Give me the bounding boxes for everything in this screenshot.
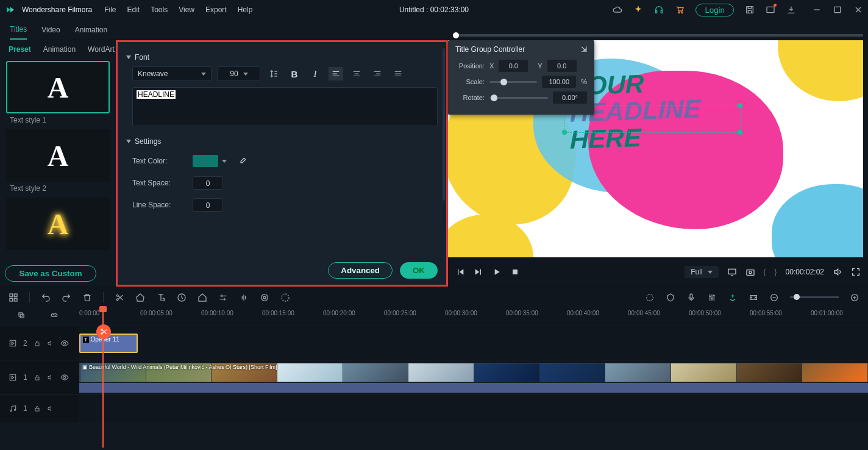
split-icon[interactable] <box>115 293 124 302</box>
delete-icon[interactable] <box>82 293 92 302</box>
prev-frame-icon[interactable] <box>455 267 465 277</box>
preset-tab-wordart[interactable]: WordArt <box>88 45 115 54</box>
marker-icon[interactable] <box>666 293 675 302</box>
headphones-icon[interactable] <box>654 5 664 15</box>
play-icon[interactable] <box>492 267 502 277</box>
quality-combo[interactable]: Full <box>685 266 718 278</box>
cloud-icon[interactable] <box>613 5 622 15</box>
tab-video[interactable]: Video <box>41 21 60 39</box>
crop-icon[interactable] <box>197 293 207 302</box>
stop-icon[interactable] <box>510 267 520 277</box>
lock-icon[interactable] <box>34 374 41 381</box>
align-left-button[interactable] <box>329 67 343 80</box>
text-tool-icon[interactable] <box>156 293 166 302</box>
title-track[interactable]: 2 TOpener 11 <box>0 326 868 360</box>
close-icon[interactable] <box>853 5 863 15</box>
effects-icon[interactable] <box>645 293 655 302</box>
scrollbar[interactable] <box>443 48 445 201</box>
preset-tab-animation[interactable]: Animation <box>43 45 76 54</box>
align-center-button[interactable] <box>349 67 364 80</box>
settings-section-header[interactable]: Settings <box>126 137 438 146</box>
menu-help[interactable]: Help <box>238 5 253 14</box>
maximize-icon[interactable] <box>833 5 842 15</box>
text-color-swatch[interactable] <box>193 155 218 167</box>
position-y-input[interactable]: 0.0 <box>547 60 577 72</box>
menu-view[interactable]: View <box>179 5 194 14</box>
italic-button[interactable]: I <box>308 67 322 80</box>
title-text-input[interactable]: HEADLINE <box>132 87 438 126</box>
login-button[interactable]: Login <box>695 4 734 16</box>
lock-icon[interactable] <box>34 405 41 412</box>
bold-button[interactable]: B <box>287 67 302 80</box>
font-section-header[interactable]: Font <box>126 53 438 62</box>
menu-export[interactable]: Export <box>205 5 227 14</box>
mute-icon[interactable] <box>47 374 54 381</box>
mute-icon[interactable] <box>47 405 54 412</box>
ok-button[interactable]: OK <box>400 262 438 279</box>
layout-icon[interactable] <box>9 293 18 302</box>
speed-icon[interactable] <box>177 293 187 302</box>
snapshot-icon[interactable] <box>745 267 755 277</box>
audio-wave-icon[interactable] <box>239 293 249 302</box>
menu-edit[interactable]: Edit <box>127 5 140 14</box>
rotate-slider[interactable] <box>489 97 548 99</box>
tab-animation[interactable]: Animation <box>75 21 107 39</box>
scale-slider[interactable] <box>489 81 537 83</box>
mic-icon[interactable] <box>686 293 696 302</box>
align-justify-button[interactable] <box>391 67 405 80</box>
collapse-icon[interactable]: ⇲ <box>581 45 587 54</box>
zoom-in-icon[interactable] <box>850 293 859 302</box>
save-icon[interactable] <box>745 5 755 15</box>
text-style-card[interactable]: A <box>6 61 110 113</box>
audio-track[interactable]: 1 <box>0 394 868 422</box>
scissors-icon[interactable] <box>96 324 111 339</box>
line-height-icon[interactable] <box>266 67 281 80</box>
undo-icon[interactable] <box>41 293 51 302</box>
save-as-custom-button[interactable]: Save as Custom <box>5 265 96 282</box>
rotate-input[interactable]: 0.00° <box>553 91 587 104</box>
font-size-combo[interactable]: 90 <box>218 66 260 81</box>
advanced-button[interactable]: Advanced <box>328 262 393 279</box>
preset-tab-preset[interactable]: Preset <box>9 45 31 54</box>
lock-icon[interactable] <box>34 340 41 347</box>
mixer-icon[interactable] <box>707 293 717 302</box>
link-icon[interactable] <box>50 311 59 320</box>
text-style-card[interactable]: A <box>6 198 110 250</box>
font-family-combo[interactable]: Knewave <box>132 66 212 81</box>
adjust-icon[interactable] <box>218 293 228 302</box>
cart-icon[interactable] <box>675 5 685 15</box>
sparkle-icon[interactable] <box>633 5 643 15</box>
download-icon[interactable] <box>786 5 796 15</box>
eye-icon[interactable] <box>60 373 69 382</box>
eye-icon[interactable] <box>60 339 69 348</box>
tag-icon[interactable] <box>135 293 145 302</box>
line-space-input[interactable]: 0 <box>193 198 223 212</box>
next-frame-icon[interactable] <box>474 267 483 277</box>
zoom-out-icon[interactable] <box>769 293 779 302</box>
text-space-input[interactable]: 0 <box>193 176 223 190</box>
position-x-input[interactable]: 0.0 <box>499 60 528 72</box>
keyframe-icon[interactable] <box>260 293 269 302</box>
align-right-button[interactable] <box>370 67 385 80</box>
minimize-icon[interactable] <box>812 5 822 15</box>
scale-input[interactable]: 100.00 <box>542 76 576 88</box>
timeline-ruler[interactable]: 0:00:00 00:00:05:00 00:00:10:00 00:00:15… <box>0 307 868 326</box>
chevron-down-icon[interactable] <box>222 160 227 163</box>
title-group-controller[interactable]: Title Group Controller⇲ Position: X 0.0 … <box>448 40 594 115</box>
magnet-icon[interactable] <box>728 293 738 302</box>
volume-icon[interactable] <box>833 267 842 277</box>
menu-file[interactable]: File <box>104 5 116 14</box>
fullscreen-icon[interactable] <box>851 267 861 277</box>
fit-icon[interactable] <box>749 293 758 302</box>
text-style-card[interactable]: A <box>6 129 110 182</box>
video-clip[interactable]: ▣Beautiful World - Wild Animals (Petar M… <box>79 363 868 382</box>
redo-icon[interactable] <box>62 293 71 302</box>
message-icon[interactable] <box>766 5 775 15</box>
progress-slider[interactable] <box>453 34 863 37</box>
audio-waveform[interactable] <box>79 383 868 393</box>
eyedropper-icon[interactable] <box>235 154 250 168</box>
display-icon[interactable] <box>727 267 737 277</box>
render-icon[interactable] <box>280 293 290 302</box>
menu-tools[interactable]: Tools <box>151 5 168 14</box>
video-track[interactable]: 1 ▣Beautiful World - Wild Animals (Petar… <box>0 360 868 394</box>
